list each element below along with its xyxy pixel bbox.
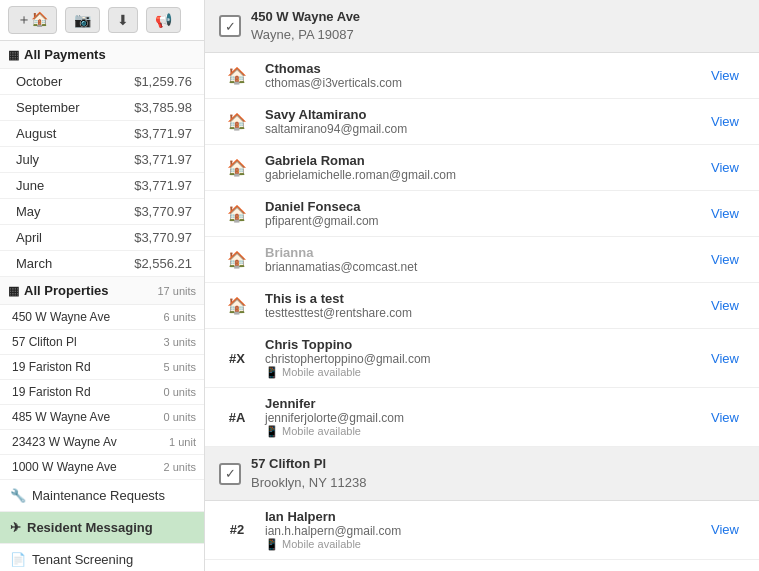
all-payments-header: ▦ All Payments (0, 41, 204, 69)
view-button-gabriela[interactable]: View (705, 158, 745, 177)
properties-list: 450 W Wayne Ave 6 units 57 Clifton Pl 3 … (0, 305, 204, 480)
resident-email-jennifer: jenniferjolorte@gmail.com (265, 411, 695, 425)
all-properties-header: ▦ All Properties 17 units (0, 277, 204, 305)
property1-check-icon: ✓ (219, 15, 241, 37)
screening-icon: 📄 (10, 552, 26, 567)
resident-jennifer: #A Jennifer jenniferjolorte@gmail.com 📱 … (205, 388, 759, 447)
property1-address2: Wayne, PA 19087 (251, 26, 360, 44)
home-icon-brianna: 🏠 (219, 250, 255, 269)
resident-name-jennifer: Jennifer (265, 396, 695, 411)
resident-email-test: testtesttest@rentshare.com (265, 306, 695, 320)
property-450-wayne[interactable]: 450 W Wayne Ave 6 units (0, 305, 204, 330)
property2-address1: 57 Clifton Pl (251, 455, 366, 473)
home-icon-savy: 🏠 (219, 112, 255, 131)
view-button-daniel[interactable]: View (705, 204, 745, 223)
resident-email-ian1: ian.h.halpern@gmail.com (265, 524, 695, 538)
view-button-savy[interactable]: View (705, 112, 745, 131)
month-august[interactable]: August $3,771.97 (0, 121, 204, 147)
property-1000-wayne[interactable]: 1000 W Wayne Ave 2 units (0, 455, 204, 480)
property-19-fariston-2[interactable]: 19 Fariston Rd 0 units (0, 380, 204, 405)
sidebar-item-maintenance[interactable]: 🔧 Maintenance Requests (0, 480, 204, 512)
resident-name-gabriela: Gabriela Roman (265, 153, 695, 168)
month-july[interactable]: July $3,771.97 (0, 147, 204, 173)
resident-email-brianna: briannamatias@comcast.net (265, 260, 695, 274)
properties-icon: ▦ (8, 284, 19, 298)
resident-cthomas: 🏠 Cthomas cthomas@i3verticals.com View (205, 53, 759, 99)
resident-name-test: This is a test (265, 291, 695, 306)
property-23423-wayne[interactable]: 23423 W Wayne Av 1 unit (0, 430, 204, 455)
month-may[interactable]: May $3,770.97 (0, 199, 204, 225)
property-57-clifton[interactable]: 57 Clifton Pl 3 units (0, 330, 204, 355)
property1-header: ✓ 450 W Wayne Ave Wayne, PA 19087 (205, 0, 759, 53)
view-button-brianna[interactable]: View (705, 250, 745, 269)
property-485-wayne[interactable]: 485 W Wayne Ave 0 units (0, 405, 204, 430)
sidebar-item-messaging[interactable]: ✈ Resident Messaging (0, 512, 204, 544)
resident-email-gabriela: gabrielamichelle.roman@gmail.com (265, 168, 695, 182)
resident-mobile-ian1: 📱 Mobile available (265, 538, 695, 551)
resident-mobile-chris: 📱 Mobile available (265, 366, 695, 379)
view-button-jennifer[interactable]: View (705, 408, 745, 427)
unit-badge-ian1: #2 (219, 522, 255, 537)
property2-header: ✓ 57 Clifton Pl Brooklyn, NY 11238 (205, 447, 759, 500)
resident-name-chris: Chris Toppino (265, 337, 695, 352)
sidebar-toolbar: ＋🏠 📷 ⬇ 📢 (0, 0, 204, 41)
view-button-chris[interactable]: View (705, 349, 745, 368)
resident-email-chris: christophertoppino@gmail.com (265, 352, 695, 366)
home-icon-cthomas: 🏠 (219, 66, 255, 85)
resident-test: 🏠 This is a test testtesttest@rentshare.… (205, 283, 759, 329)
property-19-fariston-1[interactable]: 19 Fariston Rd 5 units (0, 355, 204, 380)
month-april[interactable]: April $3,770.97 (0, 225, 204, 251)
resident-chris: #X Chris Toppino christophertoppino@gmai… (205, 329, 759, 388)
resident-mobile-jennifer: 📱 Mobile available (265, 425, 695, 438)
resident-email-daniel: pfiparent@gmail.com (265, 214, 695, 228)
view-button-test[interactable]: View (705, 296, 745, 315)
resident-ian2-container: #2 Ian Halpern ian.h.halpern+text@gmail.… (205, 560, 759, 571)
resident-ian2: #2 Ian Halpern ian.h.halpern+text@gmail.… (205, 560, 759, 571)
resident-name-cthomas: Cthomas (265, 61, 695, 76)
sidebar-item-screening[interactable]: 📄 Tenant Screening (0, 544, 204, 571)
month-september[interactable]: September $3,785.98 (0, 95, 204, 121)
home-icon-gabriela: 🏠 (219, 158, 255, 177)
add-property-button[interactable]: ＋🏠 (8, 6, 57, 34)
payments-icon: ▦ (8, 48, 19, 62)
megaphone-button[interactable]: 📢 (146, 7, 181, 33)
resident-email-cthomas: cthomas@i3verticals.com (265, 76, 695, 90)
month-march[interactable]: March $2,556.21 (0, 251, 204, 277)
view-button-ian1[interactable]: View (705, 520, 745, 539)
unit-badge-chris: #X (219, 351, 255, 366)
download-button[interactable]: ⬇ (108, 7, 138, 33)
months-list: October $1,259.76 September $3,785.98 Au… (0, 69, 204, 277)
resident-name-savy: Savy Altamirano (265, 107, 695, 122)
property2-address2: Brooklyn, NY 11238 (251, 474, 366, 492)
resident-savy: 🏠 Savy Altamirano saltamirano94@gmail.co… (205, 99, 759, 145)
view-button-cthomas[interactable]: View (705, 66, 745, 85)
resident-name-daniel: Daniel Fonseca (265, 199, 695, 214)
property1-address1: 450 W Wayne Ave (251, 8, 360, 26)
main-content: ✓ 450 W Wayne Ave Wayne, PA 19087 🏠 Ctho… (205, 0, 759, 571)
month-june[interactable]: June $3,771.97 (0, 173, 204, 199)
messaging-icon: ✈ (10, 520, 21, 535)
resident-email-savy: saltamirano94@gmail.com (265, 122, 695, 136)
resident-daniel: 🏠 Daniel Fonseca pfiparent@gmail.com Vie… (205, 191, 759, 237)
resident-gabriela: 🏠 Gabriela Roman gabrielamichelle.roman@… (205, 145, 759, 191)
wrench-icon: 🔧 (10, 488, 26, 503)
property2-check-icon: ✓ (219, 463, 241, 485)
home-icon-daniel: 🏠 (219, 204, 255, 223)
camera-button[interactable]: 📷 (65, 7, 100, 33)
sidebar: ＋🏠 📷 ⬇ 📢 ▦ All Payments October $1,259.7… (0, 0, 205, 571)
unit-badge-jennifer: #A (219, 410, 255, 425)
resident-ian1: #2 Ian Halpern ian.h.halpern@gmail.com 📱… (205, 501, 759, 560)
resident-brianna: 🏠 Brianna briannamatias@comcast.net View (205, 237, 759, 283)
resident-name-brianna: Brianna (265, 245, 695, 260)
resident-name-ian1: Ian Halpern (265, 509, 695, 524)
month-october[interactable]: October $1,259.76 (0, 69, 204, 95)
home-icon-test: 🏠 (219, 296, 255, 315)
